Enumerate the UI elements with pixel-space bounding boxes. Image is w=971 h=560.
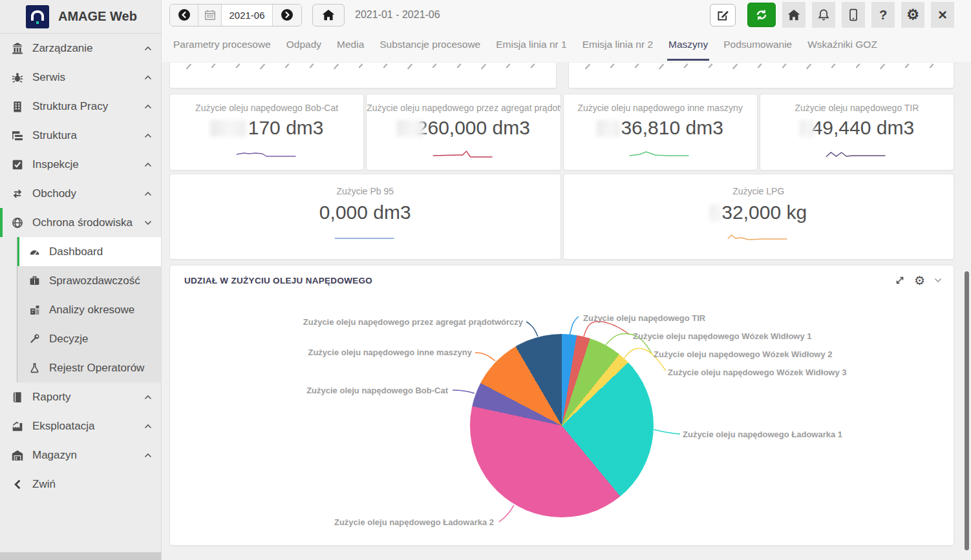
sidebar-item-struktura[interactable]: Struktura [0, 121, 161, 150]
mobile-device-button[interactable] [842, 2, 865, 28]
period-range-label: 2021-01 - 2021-06 [355, 9, 440, 21]
sidebar-item-obchody[interactable]: Obchody [0, 179, 161, 208]
period-home-button[interactable] [312, 4, 345, 26]
kpi-card-agregat: Zużycie oleju napędowego przez agregat p… [366, 94, 560, 171]
sidebar-item-rejestr-operatorow[interactable]: Rejestr Operatorów [17, 353, 161, 382]
sidebar-item-serwis[interactable]: Serwis [0, 63, 161, 92]
settings-button[interactable]: ⚙ [901, 2, 924, 28]
app-title: AMAGE Web [58, 9, 137, 24]
tab-substancje-procesowe[interactable]: Substancje procesowe [372, 30, 488, 62]
sidebar-item-inspekcje[interactable]: Inspekcje [0, 150, 161, 179]
sidebar-item-eksploatacja[interactable]: Eksploatacja [0, 411, 161, 441]
vertical-scrollbar-thumb[interactable] [965, 271, 969, 550]
sidebar-item-raporty[interactable]: Raporty [0, 382, 161, 411]
sidebar-item-struktura-pracy[interactable]: Struktura Pracy [0, 92, 161, 121]
close-icon: × [938, 6, 947, 24]
pie-chart-area: Zużycie oleju napędowego TIR Zużycie ole… [170, 295, 954, 546]
chevron-up-icon [144, 162, 152, 167]
chevron-up-icon [144, 453, 152, 458]
chevron-up-icon [144, 46, 152, 51]
refresh-button[interactable] [747, 3, 776, 27]
pie-panel-tools: ⚙ [895, 273, 942, 288]
kpi-card-bobcat: Zużycie oleju napędowego Bob-Cat 170 dm3 [169, 94, 364, 171]
period-input[interactable] [222, 10, 272, 21]
clipped-chart-card-right [568, 63, 954, 88]
sidebar-item-dashboard[interactable]: Dashboard [17, 237, 161, 266]
previous-period-button[interactable] [170, 5, 198, 26]
factory-icon [11, 420, 24, 433]
sidebar-collapse-button[interactable]: Zwiń [0, 470, 161, 499]
warehouse-icon [11, 449, 24, 462]
pie-label-ladowarka-1: Zużycie oleju napędowego Ładowarka 1 [683, 430, 842, 439]
pie-panel-title: UDZIAŁ W ZUŻYCIU OLEJU NAPĘDOWEGO [184, 276, 372, 285]
kpi-title: Zużycie oleju napędowego TIR [760, 103, 954, 113]
tab-maszyny[interactable]: Maszyny [661, 30, 716, 62]
chevron-up-icon [144, 191, 152, 196]
kpi-card-pb95: Zużycie Pb 95 0,000 dm3 [169, 174, 561, 260]
close-button[interactable]: × [931, 2, 954, 28]
next-period-button[interactable] [273, 5, 301, 26]
kpi-title: Zużycie Pb 95 [170, 186, 560, 196]
period-navigator [169, 4, 302, 26]
chevron-up-icon [144, 395, 152, 400]
kpi-value: 36,810 dm3 [564, 117, 757, 139]
pie-label-inne-maszyny: Zużycie oleju napędowego inne maszyny [308, 347, 472, 357]
kpi-value: 0,000 dm3 [170, 202, 560, 223]
gear-icon: ⚙ [906, 6, 919, 23]
expand-icon[interactable] [895, 275, 905, 285]
redaction-blur [397, 120, 424, 137]
pie-label-tir: Zużycie oleju napędowego TIR [583, 313, 705, 323]
sidebar-item-decyzje[interactable]: Decyzje [17, 324, 161, 353]
help-button[interactable]: ? [871, 2, 895, 28]
gauge-icon [28, 245, 41, 258]
tab-emisja-linia-1[interactable]: Emisja linia nr 1 [488, 30, 574, 62]
gear-icon[interactable]: ⚙ [914, 273, 925, 288]
calendar-icon[interactable] [198, 5, 222, 26]
tab-media[interactable]: Media [329, 30, 372, 62]
tab-podsumowanie[interactable]: Podsumowanie [716, 30, 800, 62]
period-input-wrap [222, 5, 273, 26]
sidebar-item-analizy-okresowe[interactable]: Analizy okresowe [17, 295, 161, 324]
pie-panel-header: UDZIAŁ W ZUŻYCIU OLEJU NAPĘDOWEGO ⚙ [170, 265, 954, 295]
tab-odpady[interactable]: Odpady [279, 30, 329, 62]
notifications-bell-button[interactable] [812, 2, 835, 28]
redaction-blur [210, 120, 246, 137]
tab-parametry-procesowe[interactable]: Parametry procesowe [165, 30, 279, 62]
edit-dashboard-button[interactable] [710, 4, 736, 26]
sparkline [826, 149, 888, 160]
kpi-card-inne-maszyny: Zużycie oleju napędowego inne maszyny 36… [563, 94, 758, 171]
kpi-row-1: Zużycie oleju napędowego Bob-Cat 170 dm3… [169, 94, 954, 171]
chevron-left-icon [11, 478, 24, 491]
question-icon: ? [879, 8, 887, 23]
kpi-title: Zużycie oleju napędowego przez agregat p… [367, 103, 560, 113]
sidebar-item-sprawozdawczosc[interactable]: Sprawozdawczość [17, 266, 161, 295]
kpi-card-tir: Zużycie oleju napędowego TIR 49,440 dm3 [760, 94, 954, 171]
kpi-value: 49,440 dm3 [760, 117, 954, 139]
axis-label-remnants [170, 63, 556, 88]
axis-label-remnants [569, 63, 954, 88]
checkbox-check-icon [11, 158, 24, 171]
redaction-blur [710, 205, 720, 222]
sidebar-item-magazyn[interactable]: Magazyn [0, 441, 161, 470]
main-area: 2021-01 - 2021-06 ? [162, 0, 971, 560]
chevron-up-icon [144, 133, 152, 138]
topbar-actions: ? ⚙ × [710, 2, 954, 28]
tab-emisja-linia-2[interactable]: Emisja linia nr 2 [575, 30, 661, 62]
globe-icon [11, 216, 24, 229]
sidebar-item-ochrona-srodowiska[interactable]: Ochrona środowiska [0, 208, 161, 237]
kpi-title: Zużycie oleju napędowego Bob-Cat [170, 103, 363, 113]
chevron-down-icon[interactable] [934, 278, 942, 283]
redaction-blur [800, 120, 814, 137]
kpi-value: 32,000 kg [564, 202, 954, 223]
pie-panel: UDZIAŁ W ZUŻYCIU OLEJU NAPĘDOWEGO ⚙ [169, 265, 954, 546]
sidebar: AMAGE Web Zarządzanie Serwis Struktura P… [0, 0, 162, 560]
home-button[interactable] [782, 2, 806, 28]
tab-wskazniki-goz[interactable]: Wskaźniki GOZ [800, 30, 885, 62]
bug-icon [11, 71, 24, 84]
kpi-value: 260,000 dm3 [367, 117, 560, 139]
kpi-title: Zużycie LPG [564, 186, 954, 196]
sidebar-item-zarzadzanie[interactable]: Zarządzanie [0, 34, 161, 63]
dashboard-content: Zużycie oleju napędowego Bob-Cat 170 dm3… [162, 62, 971, 560]
topbar: 2021-01 - 2021-06 ? [162, 0, 971, 30]
pie-label-wozek-3: Zużycie oleju napędowego Wózek Widłowy 3 [668, 368, 847, 377]
